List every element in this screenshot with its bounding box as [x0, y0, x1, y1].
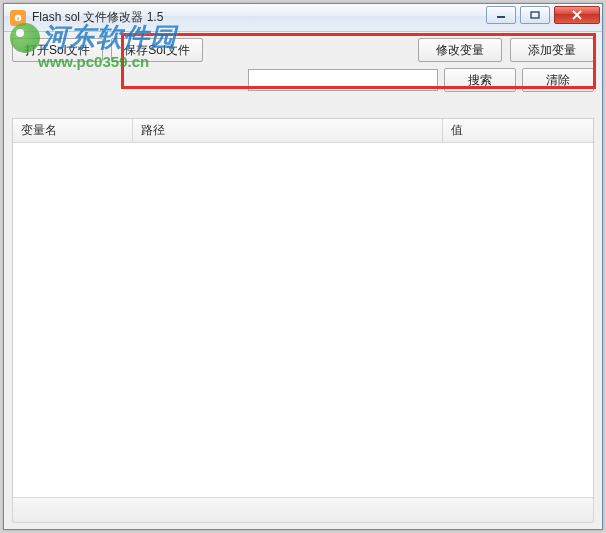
close-button[interactable] [554, 6, 600, 24]
variable-list[interactable]: 变量名 路径 值 [12, 118, 594, 518]
minimize-button[interactable] [486, 6, 516, 24]
open-sol-button[interactable]: 打开Sol文件 [12, 38, 103, 62]
column-header-value[interactable]: 值 [443, 119, 593, 142]
column-header-path[interactable]: 路径 [133, 119, 443, 142]
toolbar-row-2: 搜索 清除 [12, 68, 594, 92]
app-icon [10, 10, 26, 26]
toolbar: 打开Sol文件 保存Sol文件 修改变量 添加变量 搜索 清除 [4, 32, 602, 96]
modify-variable-button[interactable]: 修改变量 [418, 38, 502, 62]
list-header: 变量名 路径 值 [13, 119, 593, 143]
search-button[interactable]: 搜索 [444, 68, 516, 92]
svg-rect-1 [17, 17, 18, 20]
client-area: 打开Sol文件 保存Sol文件 修改变量 添加变量 搜索 清除 变量名 路径 值 [4, 32, 602, 529]
clear-button[interactable]: 清除 [522, 68, 594, 92]
app-window: Flash sol 文件修改器 1.5 打开Sol文件 保存Sol文件 修改变量… [3, 3, 603, 530]
status-bar [12, 497, 594, 523]
maximize-button[interactable] [520, 6, 550, 24]
search-input[interactable] [248, 69, 438, 91]
titlebar: Flash sol 文件修改器 1.5 [4, 4, 602, 32]
toolbar-row-1: 打开Sol文件 保存Sol文件 修改变量 添加变量 [12, 38, 594, 62]
column-header-name[interactable]: 变量名 [13, 119, 133, 142]
svg-rect-2 [497, 16, 505, 18]
svg-rect-3 [531, 12, 539, 18]
add-variable-button[interactable]: 添加变量 [510, 38, 594, 62]
window-buttons [486, 6, 600, 24]
window-title: Flash sol 文件修改器 1.5 [32, 9, 163, 26]
save-sol-button[interactable]: 保存Sol文件 [111, 38, 202, 62]
